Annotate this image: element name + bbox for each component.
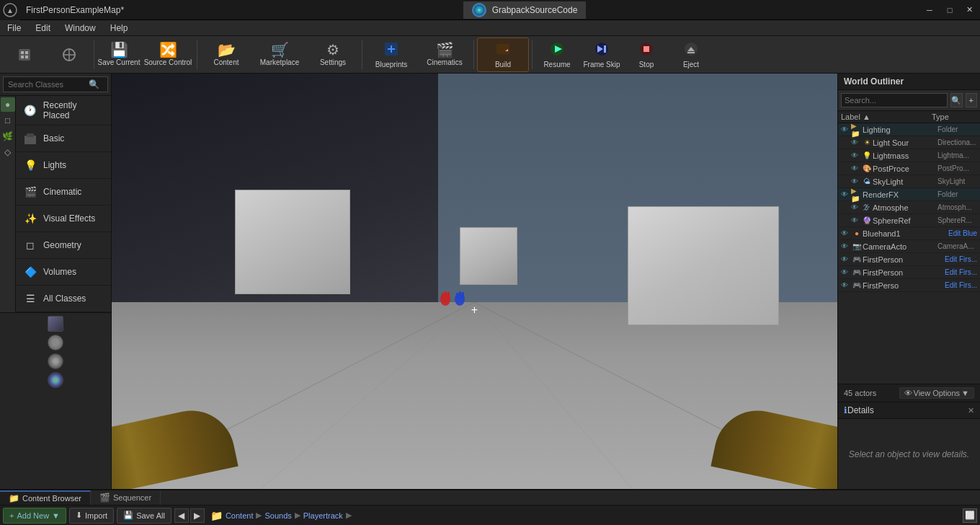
camera-icon: 📷	[851, 241, 863, 252]
build-button[interactable]: Build	[477, 38, 529, 72]
close-button[interactable]: ✕	[960, 0, 980, 20]
view-options-chevron: ▼	[961, 389, 969, 397]
blueprints-button[interactable]: Blueprints	[365, 38, 417, 72]
fp3-edit[interactable]: Edit Firs...	[945, 281, 977, 289]
outliner-search-input[interactable]	[841, 93, 948, 107]
minimize-button[interactable]: ─	[919, 0, 940, 20]
sidebar-item-basic[interactable]: Basic	[16, 125, 111, 152]
menu-edit[interactable]: Edit	[28, 20, 58, 35]
maximize-button[interactable]: □	[940, 0, 960, 20]
mode-geo-btn[interactable]: ◇	[1, 145, 15, 159]
tab-content-browser[interactable]: 📁 Content Browser	[0, 490, 91, 505]
crosshair: +	[471, 304, 478, 317]
menu-help[interactable]: Help	[103, 20, 135, 35]
bc-sounds[interactable]: Sounds	[264, 511, 291, 520]
main-area: 🔍 ● □ 🌿 ◇ 🕐 Recently Placed Ba	[0, 74, 980, 489]
search-classes-input[interactable]	[8, 80, 89, 89]
thumb-3	[48, 353, 63, 369]
col-type[interactable]: Type	[932, 112, 977, 121]
marketplace-button[interactable]: 🛒 Marketplace	[254, 38, 306, 72]
add-new-button[interactable]: + Add New ▼	[3, 508, 66, 524]
nav-forward-button[interactable]: ▶	[190, 508, 205, 523]
eject-button[interactable]: Eject	[669, 38, 713, 72]
eye-icon-3: 👁	[851, 151, 861, 159]
geometry-icon: ◻	[22, 237, 39, 254]
source-control-button[interactable]: 🔀 Source Control	[142, 38, 194, 72]
sidebar-item-geometry[interactable]: ◻ Geometry	[16, 232, 111, 259]
outliner-item-lightmass[interactable]: 👁 💡 Lightmass Lightma...	[838, 149, 980, 162]
world-outliner: World Outliner 🔍 + Label ▲ Type 👁 ▶📁 Lig…	[838, 74, 980, 402]
bc-playertrack[interactable]: Playertrack	[303, 511, 343, 520]
content-button[interactable]: 📂 Content	[200, 38, 252, 72]
svg-rect-23	[687, 52, 695, 53]
skylight-icon: 🌤	[861, 176, 873, 188]
cinematics-button[interactable]: 🎬 Cinematics	[419, 38, 471, 72]
sphereref-type: SphereR...	[937, 216, 977, 224]
outliner-item-firstperson3[interactable]: 👁 🎮 FirstPerso Edit Firs...	[838, 279, 980, 292]
sidebar-item-recently-placed[interactable]: 🕐 Recently Placed	[16, 96, 111, 125]
save-all-button[interactable]: 💾 Save All	[117, 508, 172, 524]
viewport[interactable]: +	[112, 74, 837, 489]
svg-rect-6	[21, 51, 24, 54]
outliner-item-lighting-folder[interactable]: 👁 ▶📁 Lighting Folder	[838, 123, 980, 136]
import-icon: ⬇	[76, 511, 82, 520]
outliner-item-firstperson1[interactable]: 👁 🎮 FirstPerson Edit Firs...	[838, 253, 980, 266]
resume-button[interactable]: Resume	[535, 38, 579, 72]
tab-sequencer[interactable]: 🎬 Sequencer	[91, 490, 161, 505]
menu-window[interactable]: Window	[58, 20, 103, 35]
recently-placed-label: Recently Placed	[43, 100, 105, 120]
outliner-item-sphereref[interactable]: 👁 🔮 SphereRef SphereR...	[838, 214, 980, 227]
cinematics-icon: 🎬	[436, 43, 454, 57]
sidebar-item-all-classes[interactable]: ☰ All Classes	[16, 286, 111, 312]
outliner-item-lightsource[interactable]: 👁 ☀ Light Sour Directiona...	[838, 136, 980, 149]
left-panel: 🔍 ● □ 🌿 ◇ 🕐 Recently Placed Ba	[0, 74, 112, 489]
view-options-button[interactable]: 👁 View Options ▼	[899, 387, 975, 399]
search-icon: 🔍	[89, 79, 99, 89]
bluehand-edit[interactable]: Edit Blue	[948, 229, 977, 237]
nav-back-button[interactable]: ◀	[174, 508, 189, 523]
menubar: File Edit Window Help	[0, 20, 980, 36]
col-label[interactable]: Label ▲	[841, 112, 932, 121]
mode-foliage-btn[interactable]: 🌿	[1, 129, 15, 144]
svg-rect-18	[604, 45, 606, 53]
sidebar-item-lights[interactable]: 💡 Lights	[16, 152, 111, 179]
outliner-add-button[interactable]: +	[966, 93, 978, 107]
sidebar-item-cinematic[interactable]: 🎬 Cinematic	[16, 179, 111, 206]
mode-paint-btn[interactable]: □	[1, 113, 15, 128]
basic-icon	[22, 130, 39, 147]
sphereref-label: SphereRef	[873, 216, 937, 225]
left-panel-thumbnails	[0, 312, 111, 489]
fp2-edit[interactable]: Edit Firs...	[945, 268, 977, 276]
bc-sep-1: ▶	[256, 511, 262, 520]
bottom-expand-button[interactable]: ⬜	[963, 508, 977, 523]
sidebar-item-visual-effects[interactable]: ✨ Visual Effects	[16, 206, 111, 232]
stop-button[interactable]: Stop	[625, 38, 668, 72]
svg-rect-8	[21, 56, 24, 58]
lightmass-icon: 💡	[861, 150, 873, 162]
import-button[interactable]: ⬇ Import	[69, 508, 114, 524]
fp1-edit[interactable]: Edit Firs...	[945, 255, 977, 263]
bc-content[interactable]: Content	[226, 511, 254, 520]
source-control-label: Source Control	[144, 58, 192, 66]
frame-skip-button[interactable]: Frame Skip	[580, 38, 623, 72]
cinematic-icon: 🎬	[22, 183, 39, 200]
details-header: ℹ Details ✕	[838, 402, 980, 419]
outliner-item-firstperson2[interactable]: 👁 🎮 FirstPerson Edit Firs...	[838, 266, 980, 279]
actor-count: 45 actors	[844, 389, 876, 397]
outliner-item-atmosphere[interactable]: 👁 🌫 Atmosphe Atmosph...	[838, 201, 980, 214]
outliner-item-bluehand[interactable]: 👁 ● Bluehand1 Edit Blue	[838, 227, 980, 240]
sidebar-item-volumes[interactable]: 🔷 Volumes	[16, 259, 111, 286]
outliner-item-renderfx-folder[interactable]: 👁 ▶📁 RenderFX Folder	[838, 188, 980, 201]
save-current-button[interactable]: 💾 Save Current	[97, 38, 141, 72]
details-collapse[interactable]: ✕	[968, 406, 974, 415]
toolbar-mode2[interactable]	[48, 38, 91, 72]
menu-file[interactable]: File	[0, 20, 28, 35]
outliner-search-button[interactable]: 🔍	[950, 93, 963, 107]
outliner-item-camera[interactable]: 👁 📷 CameraActo CameraA...	[838, 240, 980, 253]
toolbar-mode1[interactable]	[3, 38, 46, 72]
settings-button[interactable]: ⚙ Settings	[307, 38, 359, 72]
outliner-item-postprocess[interactable]: 👁 🎨 PostProce PostPro...	[838, 162, 980, 175]
import-label: Import	[85, 511, 107, 520]
mode-select-btn[interactable]: ●	[1, 97, 15, 112]
svg-rect-36	[459, 291, 461, 299]
